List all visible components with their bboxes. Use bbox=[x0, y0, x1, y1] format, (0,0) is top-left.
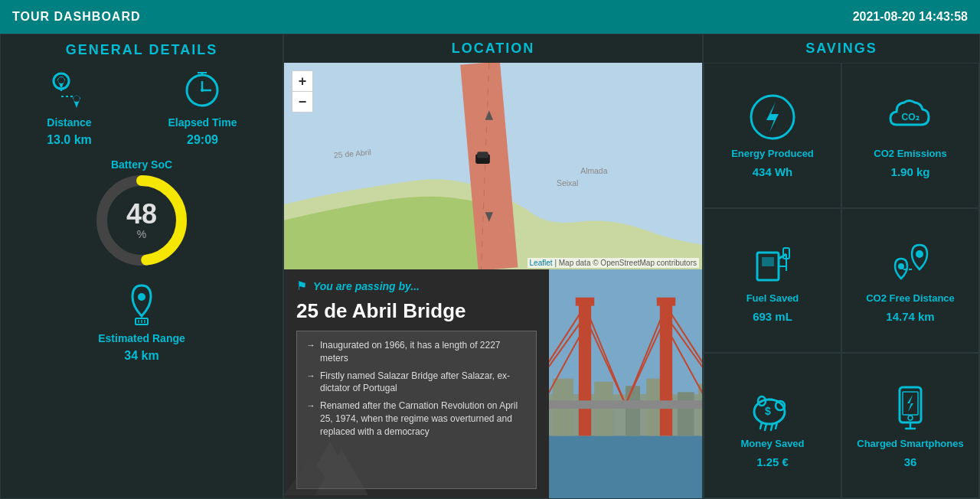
range-label: Estimated Range bbox=[98, 332, 185, 344]
svg-rect-41 bbox=[678, 392, 694, 435]
money-label: Money Saved bbox=[740, 438, 804, 449]
savings-panel: SAVINGS Energy Produced 434 Wh CO₂ CO2 E… bbox=[703, 34, 980, 499]
battery-percent: 48 bbox=[126, 201, 157, 228]
poi-name: 25 de Abril Bridge bbox=[296, 299, 537, 323]
co2-cell: CO₂ CO2 Emissions 1.90 kg bbox=[841, 63, 979, 208]
co2-icon: CO₂ bbox=[886, 93, 935, 142]
poi-passing-text: You are passing by... bbox=[313, 280, 420, 292]
elapsed-block: Elapsed Time 29:09 bbox=[168, 66, 237, 147]
elapsed-value: 29:09 bbox=[187, 133, 218, 147]
map-data-text: | Map data © OpenStreetMap contributors bbox=[554, 259, 697, 267]
svg-rect-43 bbox=[579, 301, 591, 436]
svg-rect-57 bbox=[657, 298, 675, 306]
fact-arrow-1: → bbox=[306, 339, 315, 352]
co2-distance-cell: CO2 Free Distance 14.74 km bbox=[841, 208, 979, 354]
svg-line-75 bbox=[760, 422, 762, 429]
zoom-controls[interactable]: + − bbox=[292, 70, 313, 113]
svg-point-4 bbox=[74, 96, 80, 102]
zoom-in-button[interactable]: + bbox=[292, 71, 312, 91]
timer-icon bbox=[179, 66, 225, 112]
fuel-icon bbox=[748, 237, 797, 286]
svg-point-82 bbox=[908, 416, 913, 420]
datetime-display: 2021-08-20 14:43:58 bbox=[853, 10, 968, 24]
battery-section: Battery SoC 48 % bbox=[92, 158, 191, 270]
general-title: GENERAL DETAILS bbox=[66, 42, 217, 58]
distance-label: Distance bbox=[47, 116, 91, 129]
app-title: TOUR DASHBOARD bbox=[12, 10, 140, 24]
co2-distance-icon bbox=[886, 237, 935, 286]
svg-point-69 bbox=[898, 263, 904, 269]
battery-center: 48 % bbox=[126, 201, 157, 240]
location-title: LOCATION bbox=[284, 34, 702, 63]
svg-text:$: $ bbox=[765, 405, 771, 417]
elapsed-label: Elapsed Time bbox=[168, 116, 237, 129]
poi-section: ⚑ You are passing by... 25 de Abril Brid… bbox=[284, 269, 702, 498]
main-layout: GENERAL DETAILS Distance 13.0 km bbox=[0, 34, 980, 499]
bridge-image bbox=[549, 269, 702, 498]
fuel-value: 693 mL bbox=[753, 310, 792, 323]
battery-label: Battery SoC bbox=[111, 158, 172, 171]
svg-point-11 bbox=[201, 89, 204, 92]
savings-grid: Energy Produced 434 Wh CO₂ CO2 Emissions… bbox=[704, 63, 979, 498]
location-panel: LOCATION + − bbox=[283, 34, 703, 499]
co2-distance-value: 14.74 km bbox=[886, 310, 934, 323]
energy-value: 434 Wh bbox=[753, 165, 793, 178]
svg-rect-62 bbox=[762, 257, 774, 266]
money-icon: $ bbox=[748, 383, 797, 432]
poi-fact-1: → Inaugurated on 1966, it has a length o… bbox=[306, 339, 527, 365]
range-icon bbox=[119, 282, 165, 328]
distance-icon bbox=[46, 66, 92, 112]
svg-rect-23 bbox=[477, 152, 488, 158]
energy-cell: Energy Produced 434 Wh bbox=[704, 63, 841, 208]
svg-text:Seixal: Seixal bbox=[557, 179, 578, 188]
header: TOUR DASHBOARD 2021-08-20 14:43:58 bbox=[0, 0, 980, 34]
svg-point-67 bbox=[916, 250, 923, 258]
svg-rect-55 bbox=[549, 400, 702, 409]
svg-rect-44 bbox=[660, 301, 672, 436]
smartphone-value: 36 bbox=[904, 455, 917, 468]
energy-icon bbox=[748, 93, 797, 142]
leaflet-link: Leaflet bbox=[530, 259, 553, 267]
co2-distance-label: CO2 Free Distance bbox=[866, 292, 955, 304]
map-area[interactable]: + − Seixal Almada bbox=[284, 63, 702, 269]
map-svg: Seixal Almada 25 de Abril bbox=[284, 63, 702, 269]
battery-sign: % bbox=[126, 228, 157, 240]
svg-rect-39 bbox=[626, 386, 640, 435]
smartphone-cell: Charged Smartphones 36 bbox=[841, 353, 979, 498]
savings-title: SAVINGS bbox=[704, 34, 979, 63]
general-top-row: Distance 13.0 km Elapsed Time 29:09 bbox=[8, 66, 275, 147]
svg-rect-80 bbox=[903, 392, 918, 415]
svg-rect-33 bbox=[549, 431, 702, 498]
energy-label: Energy Produced bbox=[731, 148, 814, 159]
battery-donut: 48 % bbox=[92, 171, 191, 270]
svg-text:Almada: Almada bbox=[580, 167, 607, 175]
svg-marker-81 bbox=[907, 395, 913, 412]
mountain-decoration bbox=[284, 380, 376, 498]
svg-point-14 bbox=[138, 293, 145, 301]
svg-point-5 bbox=[58, 77, 64, 83]
zoom-out-button[interactable]: − bbox=[292, 92, 312, 112]
money-value: 1.25 € bbox=[756, 455, 789, 468]
poi-fact-text-1: Inaugurated on 1966, it has a length of … bbox=[320, 339, 527, 365]
map-attribution: Leaflet | Map data © OpenStreetMap contr… bbox=[528, 258, 699, 268]
general-details-panel: GENERAL DETAILS Distance 13.0 km bbox=[0, 34, 283, 499]
poi-flag-icon: ⚑ bbox=[296, 279, 307, 293]
distance-value: 13.0 km bbox=[47, 133, 92, 147]
co2-value: 1.90 kg bbox=[891, 165, 930, 178]
smartphone-icon bbox=[886, 383, 935, 432]
range-value: 34 km bbox=[124, 349, 158, 363]
fuel-cell: Fuel Saved 693 mL bbox=[704, 208, 841, 354]
range-section: Estimated Range 34 km bbox=[98, 282, 185, 363]
svg-text:CO₂: CO₂ bbox=[902, 112, 920, 122]
bridge-svg bbox=[549, 269, 702, 498]
poi-passing-row: ⚑ You are passing by... bbox=[296, 279, 537, 293]
money-cell: $ Money Saved 1.25 € bbox=[704, 353, 841, 498]
fuel-label: Fuel Saved bbox=[746, 292, 799, 304]
smartphone-label: Charged Smartphones bbox=[857, 438, 963, 449]
co2-label: CO2 Emissions bbox=[874, 148, 946, 159]
svg-rect-56 bbox=[576, 298, 594, 306]
distance-block: Distance 13.0 km bbox=[46, 66, 92, 147]
svg-marker-59 bbox=[766, 102, 779, 132]
svg-line-76 bbox=[765, 424, 766, 430]
